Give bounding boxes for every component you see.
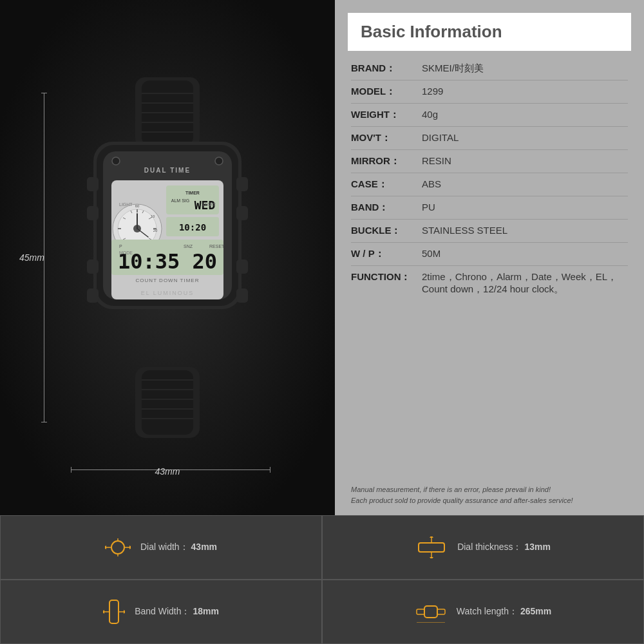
watch-svg: DUAL TIME SKMEI ALARM CHRONO: [68, 77, 267, 438]
svg-marker-76: [105, 545, 106, 549]
row-value: PU: [422, 202, 435, 213]
svg-rect-20: [87, 289, 99, 303]
row-value: STAINLESS STEEL: [422, 225, 507, 236]
watch-length-icon: [415, 601, 447, 623]
info-row: W / P：50M: [351, 243, 628, 266]
svg-marker-78: [129, 545, 131, 549]
row-value: DIGITAL: [422, 132, 459, 143]
row-value: 50M: [422, 248, 440, 259]
svg-marker-82: [430, 536, 433, 538]
spec-label-0: Dial width： 43mm: [140, 542, 217, 553]
info-content: BRAND：SKMEI/时刻美MODEL：1299WEIGHT：40gMOV'T…: [335, 51, 644, 479]
info-panel: Basic Information BRAND：SKMEI/时刻美MODEL：1…: [335, 0, 644, 515]
dial-width-icon: [105, 536, 131, 558]
watch-area: 45mm 43mm: [0, 0, 335, 515]
svg-text:60: 60: [135, 204, 140, 208]
info-row: MODEL：1299: [351, 80, 628, 104]
bottom-section: Dial width： 43mm Dial thickness： 13mm Ba…: [0, 515, 644, 644]
svg-rect-79: [419, 543, 444, 552]
note-line1: Manual measurement, if there is an error…: [351, 484, 628, 495]
svg-rect-18: [87, 206, 99, 220]
svg-rect-23: [236, 260, 248, 274]
svg-text:10:35 20: 10:35 20: [118, 249, 217, 274]
row-label: CASE：: [351, 178, 422, 191]
top-section: 45mm 43mm: [0, 0, 644, 515]
spec-text-2: Band Width： 18mm: [135, 606, 219, 618]
svg-text:COUNT DOWN TIMER: COUNT DOWN TIMER: [136, 278, 200, 283]
spec-row-bottom: Band Width： 18mm Watch length： 265mm: [0, 580, 644, 644]
svg-rect-21: [236, 177, 248, 191]
spec-text-1: Dial thickness： 13mm: [457, 542, 551, 553]
spec-label-2: Band Width： 18mm: [135, 606, 219, 618]
spec-label-1: Dial thickness： 13mm: [457, 542, 551, 553]
svg-text:P: P: [119, 244, 122, 249]
info-row: BUCKLE：STAINLESS STEEL: [351, 220, 628, 243]
svg-rect-22: [236, 206, 248, 220]
svg-text:LIGHT: LIGHT: [119, 202, 133, 207]
svg-rect-89: [424, 606, 437, 618]
svg-rect-90: [417, 609, 424, 614]
info-row: BAND：PU: [351, 196, 628, 220]
svg-text:RESET: RESET: [209, 244, 225, 249]
row-value: 40g: [422, 109, 438, 120]
row-value: ABS: [422, 178, 441, 189]
svg-text:SNZ: SNZ: [184, 244, 193, 249]
row-value: RESIN: [422, 155, 451, 166]
svg-text:ALM SIG: ALM SIG: [171, 198, 189, 203]
row-value: SKMEI/时刻美: [422, 62, 484, 75]
svg-text:TIMER: TIMER: [185, 191, 200, 195]
spec-label-3: Watch length： 265mm: [457, 606, 551, 618]
svg-text:10:20: 10:20: [179, 222, 206, 232]
dial-thickness-icon: [415, 536, 448, 558]
info-row: MIRROR：RESIN: [351, 150, 628, 173]
spec-row-top: Dial width： 43mm Dial thickness： 13mm: [0, 515, 644, 580]
spec-text-3: Watch length： 265mm: [457, 606, 551, 618]
row-label: MODEL：: [351, 86, 422, 98]
note-line2: Each product sold to provide quality ass…: [351, 495, 628, 506]
main-container: 45mm 43mm: [0, 0, 644, 644]
spec-box-1: Dial thickness： 13mm: [322, 515, 644, 580]
svg-text:EL LUMINOUS: EL LUMINOUS: [141, 290, 194, 296]
info-header: Basic Information: [348, 13, 631, 51]
spec-box-0: Dial width： 43mm: [0, 515, 322, 580]
info-row: BRAND：SKMEI/时刻美: [351, 57, 628, 80]
row-value: 1299: [422, 86, 443, 97]
info-row: CASE：ABS: [351, 173, 628, 196]
svg-text:10: 10: [151, 214, 155, 218]
svg-text:MODE: MODE: [119, 251, 133, 255]
info-row: WEIGHT：40g: [351, 104, 628, 127]
svg-point-25: [112, 157, 120, 165]
function-value: 2time，Chrono，Alarm，Date，Week，EL，Count do…: [422, 271, 628, 296]
svg-rect-91: [437, 609, 445, 614]
spec-text-0: Dial width： 43mm: [140, 542, 217, 553]
svg-point-26: [215, 157, 223, 165]
spec-box-2: Band Width： 18mm: [0, 580, 322, 644]
info-row: MOV'T：DIGITAL: [351, 127, 628, 150]
band-width-icon: [103, 599, 125, 625]
row-label: BAND：: [351, 202, 422, 214]
svg-marker-87: [103, 610, 104, 614]
row-label: BRAND：: [351, 62, 422, 75]
info-title: Basic Information: [361, 22, 618, 42]
dim-45mm-label: 45mm: [19, 252, 44, 263]
svg-rect-24: [236, 289, 248, 303]
spec-box-3: Watch length： 265mm: [322, 580, 644, 644]
function-row: FUNCTION：2time，Chrono，Alarm，Date，Week，EL…: [351, 266, 628, 301]
row-label: WEIGHT：: [351, 109, 422, 121]
function-label: FUNCTION：: [351, 271, 422, 283]
dim-43mm-label: 43mm: [155, 466, 180, 477]
svg-marker-88: [124, 610, 125, 614]
row-label: BUCKLE：: [351, 225, 422, 237]
svg-point-72: [111, 541, 124, 554]
row-label: W / P：: [351, 248, 422, 260]
svg-text:START: START: [202, 202, 216, 207]
svg-text:20: 20: [153, 229, 158, 232]
svg-marker-83: [430, 557, 433, 558]
info-note: Manual measurement, if there is an error…: [335, 479, 644, 515]
row-label: MIRROR：: [351, 155, 422, 167]
svg-text:DUAL TIME: DUAL TIME: [144, 167, 191, 174]
row-label: MOV'T：: [351, 132, 422, 144]
svg-rect-19: [87, 260, 99, 274]
svg-rect-17: [87, 177, 99, 191]
svg-rect-84: [109, 600, 118, 623]
